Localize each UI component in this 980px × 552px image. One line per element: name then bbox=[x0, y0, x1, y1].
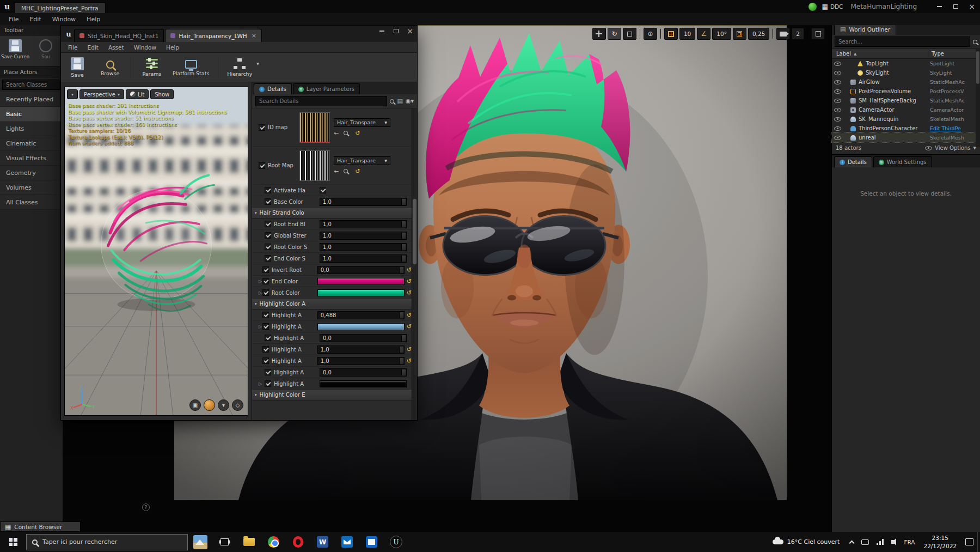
texture-asset-dropdown[interactable]: Hair_Transpare▾ bbox=[334, 156, 390, 165]
search-classes-input[interactable] bbox=[2, 80, 60, 90]
help-icon[interactable]: ? bbox=[142, 504, 150, 511]
content-browser-tab[interactable]: ▦ Content Browser bbox=[0, 521, 81, 532]
view-options-button[interactable]: View Options ▼ bbox=[925, 145, 976, 151]
color-swatch[interactable] bbox=[320, 380, 407, 387]
category-lights[interactable]: Lights bbox=[0, 122, 63, 136]
parameter-value-input[interactable]: 1,0 bbox=[320, 198, 407, 206]
parameter-checkbox[interactable] bbox=[262, 357, 269, 364]
scale-snap-toggle[interactable] bbox=[733, 28, 746, 40]
parameter-checkbox[interactable] bbox=[259, 124, 265, 131]
material-preview-viewport[interactable]: ▾ Perspective▾ Lit Show Base pass shader… bbox=[64, 87, 248, 416]
tab-details[interactable]: i Details bbox=[254, 83, 292, 94]
details-section-header[interactable]: ▾Highlight Color A bbox=[252, 299, 412, 310]
volume-button[interactable] bbox=[887, 532, 900, 552]
row-expander-icon[interactable]: ▷ bbox=[259, 381, 265, 386]
outliner-row[interactable]: CameraActorCameraActor bbox=[832, 105, 980, 114]
source-control-button[interactable]: Sou bbox=[32, 38, 60, 64]
outliner-row[interactable]: ThirdPersonCharacterEdit ThirdPe bbox=[832, 124, 980, 133]
tab-hair-transparency[interactable]: Hair_Transparency_LWH × bbox=[165, 29, 261, 42]
visibility-eye-icon[interactable] bbox=[834, 89, 841, 94]
outliner-row[interactable]: PostProcessVolumePostProcessV bbox=[832, 87, 980, 96]
parameter-checkbox[interactable] bbox=[259, 162, 265, 169]
outliner-row[interactable]: unrealSkeletalMesh bbox=[832, 133, 980, 142]
menu-edit[interactable]: Edit bbox=[24, 16, 46, 23]
visibility-eye-icon[interactable] bbox=[834, 117, 841, 122]
texture-thumbnail[interactable] bbox=[299, 112, 330, 143]
ddc-indicator[interactable]: ▦ DDC bbox=[822, 3, 843, 10]
use-selected-asset-button[interactable]: ← bbox=[334, 130, 339, 137]
menu-help[interactable]: Help bbox=[161, 44, 184, 51]
parameter-value-input[interactable]: 1,0 bbox=[317, 357, 405, 365]
parameter-value-input[interactable]: 0,0 bbox=[320, 334, 407, 342]
visibility-eye-icon[interactable] bbox=[834, 108, 841, 112]
tray-device-button[interactable] bbox=[857, 532, 873, 552]
chevron-down-icon[interactable]: ▾ bbox=[256, 61, 259, 66]
hierarchy-button[interactable]: Hierarchy bbox=[227, 58, 252, 77]
parameter-checkbox[interactable] bbox=[265, 335, 271, 341]
browse-button[interactable]: Browse bbox=[98, 59, 122, 76]
color-swatch[interactable] bbox=[317, 289, 405, 296]
reset-to-default-button[interactable]: ↺ bbox=[407, 323, 412, 330]
minimize-button[interactable] bbox=[375, 26, 389, 37]
parameter-checkbox[interactable] bbox=[265, 380, 271, 387]
parameter-value-input[interactable]: 0,488 bbox=[317, 311, 405, 319]
tab-std-skin-head[interactable]: Std_Skin_Head_HQ_Inst1 bbox=[74, 29, 164, 42]
rotate-tool-button[interactable]: ↻ bbox=[608, 28, 621, 40]
reset-to-default-button[interactable]: ↺ bbox=[407, 266, 412, 274]
taskbar-search[interactable]: Taper ici pour rechercher bbox=[26, 534, 188, 550]
close-button[interactable]: × bbox=[964, 0, 980, 13]
menu-file[interactable]: File bbox=[3, 16, 24, 23]
category-visual-effects[interactable]: Visual Effects bbox=[0, 151, 63, 166]
details-scrollbar[interactable] bbox=[412, 108, 417, 420]
perspective-button[interactable]: Perspective▾ bbox=[79, 89, 124, 99]
parameter-value-input[interactable]: 1,0 bbox=[320, 243, 407, 251]
parameter-checkbox[interactable] bbox=[262, 289, 269, 296]
menu-help[interactable]: Help bbox=[81, 16, 106, 23]
params-button[interactable]: Params bbox=[140, 58, 164, 77]
category-all-classes[interactable]: All Classes bbox=[0, 195, 63, 210]
color-swatch[interactable] bbox=[317, 278, 405, 285]
tab-layer-parameters[interactable]: ≡ Layer Parameters bbox=[293, 83, 360, 94]
parameter-value-input[interactable]: 1,0 bbox=[320, 220, 407, 228]
parameter-checkbox[interactable] bbox=[262, 266, 269, 273]
scrollbar-thumb[interactable] bbox=[976, 51, 979, 84]
close-button[interactable]: × bbox=[403, 26, 417, 37]
scale-tool-button[interactable] bbox=[623, 28, 636, 40]
task-view-icon[interactable] bbox=[212, 532, 237, 552]
visibility-eye-icon[interactable] bbox=[834, 80, 841, 84]
grid-snap-value[interactable]: 10 bbox=[679, 28, 695, 40]
outliner-row[interactable]: AirGlowStaticMeshAc bbox=[832, 77, 980, 87]
visibility-eye-icon[interactable] bbox=[834, 126, 841, 131]
lit-button[interactable]: Lit bbox=[126, 89, 149, 99]
visibility-eye-icon[interactable] bbox=[834, 62, 841, 66]
tab-world-settings[interactable]: ⊕ World Settings bbox=[873, 156, 932, 167]
show-button[interactable]: Show bbox=[150, 89, 174, 99]
outliner-search-input[interactable] bbox=[835, 37, 970, 47]
menu-window[interactable]: Window bbox=[129, 44, 161, 51]
filter-icon[interactable]: ▤ bbox=[397, 98, 402, 105]
sphere-preview-button[interactable] bbox=[204, 399, 215, 411]
parameter-checkbox[interactable] bbox=[262, 278, 269, 284]
word-icon[interactable]: W bbox=[310, 532, 335, 552]
column-type[interactable]: Type bbox=[928, 51, 980, 57]
category-recently-placed[interactable]: Recently Placed bbox=[0, 92, 63, 107]
maximize-button[interactable] bbox=[947, 0, 964, 13]
parameter-value-input[interactable]: 1,0 bbox=[317, 345, 405, 354]
reset-to-default-button[interactable]: ↺ bbox=[407, 289, 412, 296]
parameter-checkbox[interactable] bbox=[265, 187, 271, 193]
visibility-eye-icon[interactable] bbox=[834, 71, 841, 75]
search-details-input[interactable] bbox=[255, 96, 387, 106]
edit-blueprint-link[interactable]: Edit ThirdPe bbox=[930, 125, 980, 131]
category-basic[interactable]: Basic bbox=[0, 107, 63, 122]
menu-asset[interactable]: Asset bbox=[103, 44, 129, 51]
reset-to-default-button[interactable]: ↺ bbox=[355, 168, 360, 175]
save-button[interactable]: Save bbox=[65, 57, 89, 78]
use-selected-asset-button[interactable]: ← bbox=[334, 168, 339, 175]
weather-widget[interactable]: 16°C Ciel couvert bbox=[766, 538, 847, 545]
texture-thumbnail[interactable] bbox=[299, 150, 330, 181]
parameter-checkbox[interactable] bbox=[262, 323, 269, 330]
mesh-dropdown-button[interactable]: ▾ bbox=[218, 399, 229, 411]
grid-snap-toggle[interactable] bbox=[664, 28, 678, 40]
category-geometry[interactable]: Geometry bbox=[0, 166, 63, 180]
mail-icon[interactable] bbox=[335, 532, 359, 552]
